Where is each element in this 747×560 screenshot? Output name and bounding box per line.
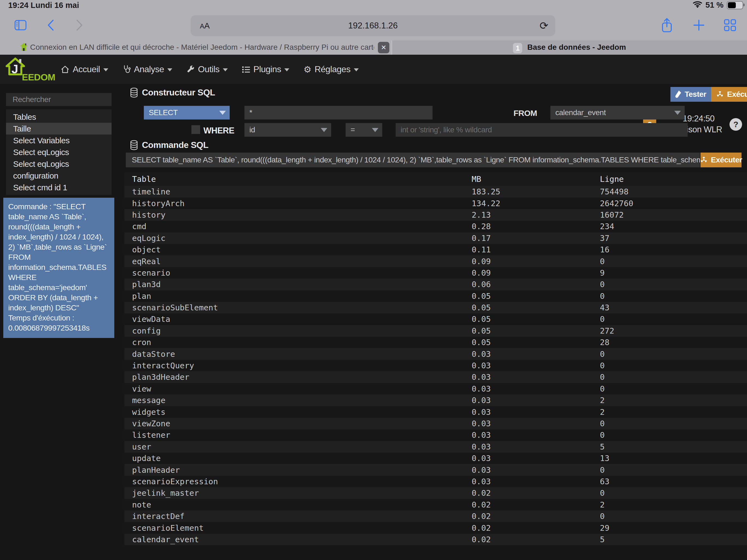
table-row: planHeader 0.03 0 — [124, 464, 747, 476]
cell-ligne: 0 — [600, 350, 747, 359]
close-tab-icon[interactable]: ✕ — [378, 42, 389, 53]
tab-bar: Connexion en LAN difficile et qui décroc… — [0, 41, 747, 55]
cell-mb: 183.25 — [472, 187, 600, 196]
where-checkbox[interactable] — [191, 125, 200, 134]
cell-ligne: 0 — [600, 419, 747, 428]
sidebar-item[interactable]: Select eqLogics configuration — [6, 158, 111, 182]
table-row: eqLogic 0.17 37 — [124, 232, 747, 244]
cell-mb: 0.03 — [472, 442, 600, 452]
sidebar-item[interactable]: Tables — [6, 111, 111, 123]
sidebar-list: TablesTailleSelect VariablesSelect eqLog… — [6, 109, 111, 195]
forward-button[interactable] — [75, 19, 84, 32]
cell-mb: 0.03 — [472, 465, 600, 475]
sidebar-toggle-icon[interactable] — [14, 20, 27, 32]
table-row: update 0.03 13 — [124, 453, 747, 464]
tab-forum[interactable]: Connexion en LAN difficile et qui décroc… — [0, 41, 392, 55]
gear-icon: ⚙ — [304, 64, 311, 75]
cell-ligne: 2 — [600, 500, 747, 509]
cell-table-name: eqReal — [132, 257, 472, 266]
battery-percent: 51 % — [705, 1, 723, 9]
cell-mb: 0.02 — [472, 512, 600, 521]
back-button[interactable] — [47, 19, 55, 32]
chevron-down-icon — [103, 68, 108, 71]
cell-mb: 0.28 — [472, 222, 600, 231]
cell-ligne: 2642760 — [600, 199, 747, 208]
executer-button[interactable]: Exécuter — [711, 87, 747, 102]
nav-menus: Accueil Analyse Outils Plugins ⚙ Réglage… — [61, 55, 359, 84]
table-row: jeelink_master 0.02 0 — [124, 487, 747, 499]
info-exec-time: Temps d'éxécution : 0.00806879997253418s — [8, 313, 110, 333]
brand-text: EEDOM — [22, 72, 55, 82]
table-row: cmd 0.28 234 — [124, 221, 747, 232]
col-header-table: Table — [132, 175, 472, 184]
nav-reglages[interactable]: ⚙ Réglages — [304, 64, 358, 75]
info-command-text: Commande : "SELECT table_name AS `Table`… — [8, 202, 110, 313]
cell-table-name: plan — [132, 291, 472, 301]
jeedom-logo[interactable]: J EEDOM — [5, 56, 51, 84]
list-icon — [242, 66, 250, 73]
nav-analyse[interactable]: Analyse — [123, 64, 172, 74]
help-icon[interactable]: ? — [729, 118, 742, 131]
nav-outils[interactable]: Outils — [186, 64, 228, 74]
cell-ligne: 16 — [600, 245, 747, 254]
table-row: message 0.03 2 — [124, 394, 747, 406]
select-verb-dropdown[interactable]: SELECT — [144, 106, 230, 120]
chevron-down-icon — [354, 68, 359, 71]
where-field-dropdown[interactable]: id — [244, 123, 331, 137]
cell-mb: 0.03 — [472, 384, 600, 393]
tester-button[interactable]: Tester — [670, 87, 711, 102]
sidebar-item[interactable]: Select cmd id 1 — [6, 182, 111, 193]
cell-ligne: 0 — [600, 465, 747, 475]
sql-command-input[interactable]: SELECT table_name AS `Table`, round(((da… — [126, 153, 700, 167]
cell-table-name: listener — [132, 430, 472, 440]
cell-ligne: 0 — [600, 384, 747, 393]
sidebar-item[interactable]: Taille — [6, 123, 111, 134]
tab-title: Connexion en LAN difficile et qui décroc… — [30, 43, 374, 52]
tab-jeedom[interactable]: 1Base de données - Jeedom — [392, 41, 747, 55]
table-row: dataStore 0.03 0 — [124, 348, 747, 360]
nav-plugins[interactable]: Plugins — [242, 64, 289, 74]
tabs-overview-icon[interactable] — [723, 19, 737, 33]
constructeur-sql-title: Constructeur SQL — [130, 87, 215, 98]
nav-accueil[interactable]: Accueil — [61, 64, 108, 74]
table-row: scenarioExpression 0.03 63 — [124, 476, 747, 487]
cell-table-name: note — [132, 500, 472, 509]
where-operator-dropdown[interactable]: = — [345, 123, 382, 137]
cell-ligne: 5 — [600, 535, 747, 544]
table-row: plan3d 0.06 0 — [124, 279, 747, 290]
cell-ligne: 16072 — [600, 210, 747, 220]
share-icon[interactable] — [661, 18, 673, 34]
radiation-icon — [700, 156, 707, 164]
cell-table-name: calendar_event — [132, 535, 472, 544]
cell-mb: 0.03 — [472, 477, 600, 486]
table-row: config 0.05 272 — [124, 325, 747, 337]
executer-sql-button[interactable]: Exécuter — [700, 153, 742, 167]
address-bar[interactable]: AA 192.168.1.26 ⟳ — [190, 15, 555, 36]
from-table-dropdown[interactable]: calendar_event — [550, 106, 685, 120]
wifi-icon — [693, 1, 702, 9]
columns-input[interactable] — [244, 106, 433, 120]
table-row: note 0.02 2 — [124, 499, 747, 510]
cell-table-name: eqLogic — [132, 233, 472, 243]
cell-ligne: 29 — [600, 524, 747, 533]
sidebar-item[interactable]: Select eqLogics — [6, 146, 111, 158]
sidebar-item[interactable]: Select Variables — [6, 134, 111, 146]
search-input[interactable] — [6, 93, 111, 106]
cell-ligne: 0 — [600, 488, 747, 498]
table-row: view 0.03 0 — [124, 383, 747, 394]
cell-mb: 0.03 — [472, 454, 600, 463]
cell-ligne: 9 — [600, 268, 747, 278]
jeedom-favicon — [20, 43, 28, 53]
cell-ligne: 0 — [600, 291, 747, 301]
cell-ligne: 5 — [600, 442, 747, 452]
new-tab-icon[interactable] — [693, 19, 705, 32]
where-value-input[interactable] — [396, 123, 688, 137]
table-body: timeline 183.25 754498 historyArch 134.2… — [124, 186, 747, 545]
safari-toolbar: AA 192.168.1.26 ⟳ — [0, 11, 747, 41]
cell-table-name: plan3dHeader — [132, 373, 472, 382]
table-row: eqReal 0.09 0 — [124, 255, 747, 267]
cell-mb: 134.22 — [472, 199, 600, 208]
reload-icon[interactable]: ⟳ — [539, 20, 548, 32]
table-row: timeline 183.25 754498 — [124, 186, 747, 198]
tab-title: Base de données - Jeedom — [527, 43, 626, 51]
